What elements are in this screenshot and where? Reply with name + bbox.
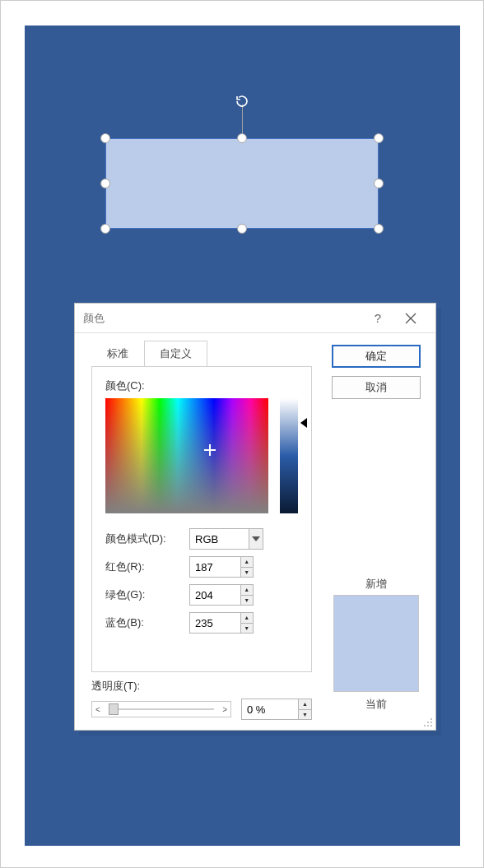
document-background: 颜色 ? 标准 自定义 确定 取消 颜色(C):: [25, 26, 460, 846]
svg-point-4: [430, 722, 432, 723]
transparency-spin-down[interactable]: ▼: [299, 710, 311, 720]
red-label: 红色(R):: [105, 559, 181, 574]
help-button[interactable]: ?: [361, 306, 394, 331]
green-spinner[interactable]: ▲ ▼: [189, 584, 254, 606]
transparency-label: 透明度(T):: [91, 679, 312, 694]
color-mode-combo[interactable]: [189, 528, 263, 550]
resize-handle-bottom-left[interactable]: [100, 224, 110, 234]
hue-saturation-picker[interactable]: [105, 398, 268, 513]
transparency-slider[interactable]: < >: [91, 701, 231, 717]
preview-current-label: 当前: [332, 697, 421, 712]
tab-custom[interactable]: 自定义: [144, 341, 207, 367]
transparency-section: 透明度(T): < > ▲ ▼: [91, 679, 312, 720]
resize-handle-top-right[interactable]: [374, 133, 384, 143]
green-spin-down[interactable]: ▼: [241, 596, 253, 606]
color-mode-label: 颜色模式(D):: [105, 531, 181, 546]
color-label: 颜色(C):: [105, 378, 298, 393]
red-spinner[interactable]: ▲ ▼: [189, 556, 254, 578]
ok-button[interactable]: 确定: [332, 345, 421, 368]
color-pickers: [105, 398, 298, 513]
preview-swatch: [333, 595, 419, 692]
svg-point-5: [424, 725, 426, 726]
dialog-title: 颜色: [83, 311, 361, 326]
color-preview: 新增 当前: [332, 577, 421, 712]
crosshair-icon: [204, 444, 216, 456]
slider-left-arrow-icon[interactable]: <: [95, 705, 100, 714]
blue-spin-up[interactable]: ▲: [241, 613, 253, 624]
rotate-handle-icon[interactable]: [235, 94, 249, 109]
resize-handle-bottom-right[interactable]: [374, 224, 384, 234]
resize-handle-middle-left[interactable]: [100, 179, 110, 188]
blue-label: 蓝色(B):: [105, 615, 181, 630]
luminance-marker-icon: [300, 418, 307, 428]
red-spin-up[interactable]: ▲: [241, 557, 253, 568]
resize-handle-bottom-middle[interactable]: [237, 224, 247, 234]
green-label: 绿色(G):: [105, 587, 181, 602]
preview-new-label: 新增: [332, 577, 421, 592]
resize-handle-top-middle[interactable]: [237, 133, 247, 143]
transparency-spin-up[interactable]: ▲: [299, 699, 311, 710]
green-spin-up[interactable]: ▲: [241, 585, 253, 596]
blue-spin-down[interactable]: ▼: [241, 624, 253, 634]
resize-grip-icon[interactable]: [421, 716, 433, 727]
resize-handle-top-left[interactable]: [100, 133, 110, 143]
svg-point-3: [427, 722, 429, 723]
green-input[interactable]: [190, 585, 240, 605]
transparency-spinner[interactable]: ▲ ▼: [241, 699, 312, 720]
luminance-slider[interactable]: [280, 398, 298, 513]
close-icon: [405, 313, 417, 324]
document-page: 颜色 ? 标准 自定义 确定 取消 颜色(C):: [0, 0, 484, 868]
dialog-side-buttons: 确定 取消: [332, 345, 421, 399]
dialog-body: 标准 自定义 确定 取消 颜色(C):: [75, 333, 435, 730]
slider-track: [109, 708, 214, 710]
dialog-titlebar[interactable]: 颜色 ?: [75, 304, 435, 333]
resize-handle-middle-right[interactable]: [374, 179, 384, 188]
custom-color-panel: 颜色(C): 颜色模式(D):: [91, 366, 312, 672]
rotate-stem: [242, 104, 243, 133]
slider-right-arrow-icon[interactable]: >: [222, 705, 227, 714]
blue-spinner[interactable]: ▲ ▼: [189, 612, 254, 634]
svg-point-6: [427, 725, 429, 726]
close-button[interactable]: [394, 306, 427, 331]
shape-rectangle[interactable]: [105, 138, 379, 229]
color-mode-value[interactable]: [190, 529, 249, 549]
red-input[interactable]: [190, 557, 240, 577]
cancel-button[interactable]: 取消: [332, 376, 421, 399]
red-spin-down[interactable]: ▼: [241, 568, 253, 578]
transparency-input[interactable]: [242, 699, 298, 719]
svg-point-2: [430, 718, 432, 720]
color-dialog: 颜色 ? 标准 自定义 确定 取消 颜色(C):: [74, 303, 436, 731]
selected-shape[interactable]: [105, 138, 379, 229]
tabs: 标准 自定义: [91, 340, 248, 367]
tab-standard[interactable]: 标准: [91, 341, 144, 367]
blue-input[interactable]: [190, 613, 240, 633]
svg-point-7: [430, 725, 432, 726]
slider-thumb[interactable]: [109, 703, 119, 715]
chevron-down-icon[interactable]: [249, 529, 263, 549]
